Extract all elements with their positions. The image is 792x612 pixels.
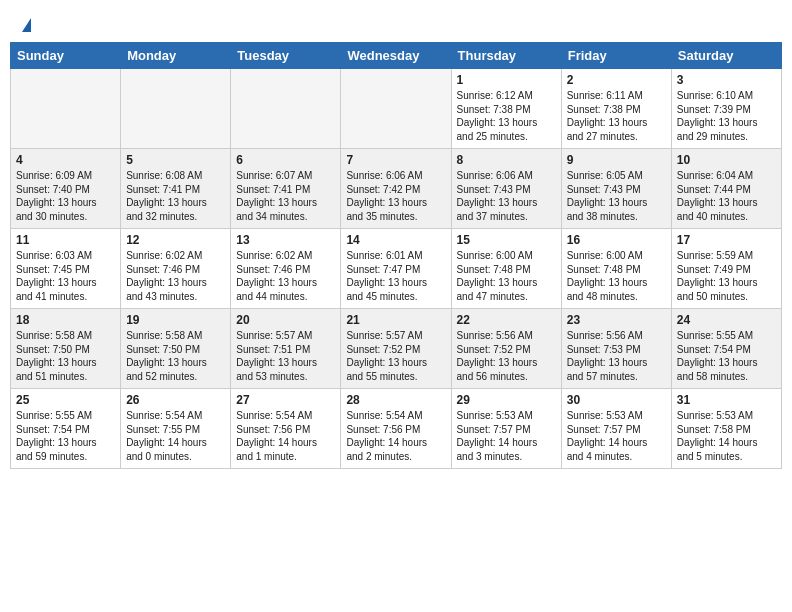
cell-info-line: Daylight: 14 hours and 5 minutes.: [677, 436, 776, 463]
cell-info-line: Sunset: 7:38 PM: [567, 103, 666, 117]
cell-info-line: Sunrise: 5:57 AM: [346, 329, 445, 343]
calendar-cell: 18Sunrise: 5:58 AMSunset: 7:50 PMDayligh…: [11, 309, 121, 389]
cell-info-line: Sunrise: 6:02 AM: [236, 249, 335, 263]
cell-info-line: Sunset: 7:50 PM: [126, 343, 225, 357]
cell-info-line: Sunset: 7:48 PM: [457, 263, 556, 277]
calendar-cell: 6Sunrise: 6:07 AMSunset: 7:41 PMDaylight…: [231, 149, 341, 229]
calendar-cell: 2Sunrise: 6:11 AMSunset: 7:38 PMDaylight…: [561, 69, 671, 149]
cell-info-line: Sunset: 7:48 PM: [567, 263, 666, 277]
cell-info-line: Sunset: 7:43 PM: [567, 183, 666, 197]
cell-info-line: Sunrise: 6:07 AM: [236, 169, 335, 183]
cell-info-line: Daylight: 13 hours and 52 minutes.: [126, 356, 225, 383]
day-header-sunday: Sunday: [11, 43, 121, 69]
calendar-cell: [231, 69, 341, 149]
cell-info-line: Daylight: 13 hours and 51 minutes.: [16, 356, 115, 383]
calendar-week-row: 18Sunrise: 5:58 AMSunset: 7:50 PMDayligh…: [11, 309, 782, 389]
cell-info-line: Sunrise: 5:56 AM: [567, 329, 666, 343]
cell-info-line: Sunset: 7:54 PM: [16, 423, 115, 437]
cell-info-line: Sunrise: 5:56 AM: [457, 329, 556, 343]
cell-info-line: Daylight: 13 hours and 48 minutes.: [567, 276, 666, 303]
calendar-cell: 21Sunrise: 5:57 AMSunset: 7:52 PMDayligh…: [341, 309, 451, 389]
calendar-cell: 24Sunrise: 5:55 AMSunset: 7:54 PMDayligh…: [671, 309, 781, 389]
cell-info-line: Sunrise: 5:59 AM: [677, 249, 776, 263]
cell-info-line: Sunset: 7:51 PM: [236, 343, 335, 357]
header: [10, 10, 782, 38]
cell-info-line: Sunrise: 5:54 AM: [236, 409, 335, 423]
cell-info-line: Sunrise: 6:02 AM: [126, 249, 225, 263]
day-number: 16: [567, 233, 666, 247]
calendar-cell: 3Sunrise: 6:10 AMSunset: 7:39 PMDaylight…: [671, 69, 781, 149]
day-number: 19: [126, 313, 225, 327]
cell-info-line: Sunset: 7:47 PM: [346, 263, 445, 277]
day-number: 22: [457, 313, 556, 327]
day-number: 5: [126, 153, 225, 167]
cell-info-line: Sunrise: 6:12 AM: [457, 89, 556, 103]
calendar-cell: 17Sunrise: 5:59 AMSunset: 7:49 PMDayligh…: [671, 229, 781, 309]
cell-info-line: Daylight: 13 hours and 38 minutes.: [567, 196, 666, 223]
cell-info-line: Sunset: 7:56 PM: [346, 423, 445, 437]
calendar-week-row: 1Sunrise: 6:12 AMSunset: 7:38 PMDaylight…: [11, 69, 782, 149]
day-number: 6: [236, 153, 335, 167]
cell-info-line: Daylight: 13 hours and 59 minutes.: [16, 436, 115, 463]
day-number: 24: [677, 313, 776, 327]
day-number: 20: [236, 313, 335, 327]
cell-info-line: Daylight: 13 hours and 32 minutes.: [126, 196, 225, 223]
day-number: 4: [16, 153, 115, 167]
day-number: 14: [346, 233, 445, 247]
day-number: 30: [567, 393, 666, 407]
cell-info-line: Daylight: 13 hours and 58 minutes.: [677, 356, 776, 383]
cell-info-line: Sunset: 7:53 PM: [567, 343, 666, 357]
cell-info-line: Sunrise: 5:58 AM: [16, 329, 115, 343]
cell-info-line: Sunset: 7:57 PM: [567, 423, 666, 437]
cell-info-line: Sunrise: 6:11 AM: [567, 89, 666, 103]
cell-info-line: Sunrise: 6:00 AM: [567, 249, 666, 263]
cell-info-line: Sunrise: 6:06 AM: [457, 169, 556, 183]
cell-info-line: Sunset: 7:39 PM: [677, 103, 776, 117]
day-number: 9: [567, 153, 666, 167]
day-header-wednesday: Wednesday: [341, 43, 451, 69]
day-number: 11: [16, 233, 115, 247]
day-number: 13: [236, 233, 335, 247]
calendar-cell: 7Sunrise: 6:06 AMSunset: 7:42 PMDaylight…: [341, 149, 451, 229]
cell-info-line: Daylight: 13 hours and 37 minutes.: [457, 196, 556, 223]
cell-info-line: Sunrise: 6:10 AM: [677, 89, 776, 103]
day-header-tuesday: Tuesday: [231, 43, 341, 69]
calendar-cell: 31Sunrise: 5:53 AMSunset: 7:58 PMDayligh…: [671, 389, 781, 469]
cell-info-line: Sunset: 7:46 PM: [126, 263, 225, 277]
cell-info-line: Daylight: 13 hours and 25 minutes.: [457, 116, 556, 143]
calendar-cell: 29Sunrise: 5:53 AMSunset: 7:57 PMDayligh…: [451, 389, 561, 469]
calendar-cell: 10Sunrise: 6:04 AMSunset: 7:44 PMDayligh…: [671, 149, 781, 229]
cell-info-line: Daylight: 13 hours and 43 minutes.: [126, 276, 225, 303]
day-header-saturday: Saturday: [671, 43, 781, 69]
calendar-cell: [341, 69, 451, 149]
day-number: 3: [677, 73, 776, 87]
day-header-thursday: Thursday: [451, 43, 561, 69]
cell-info-line: Daylight: 13 hours and 30 minutes.: [16, 196, 115, 223]
day-number: 21: [346, 313, 445, 327]
cell-info-line: Sunset: 7:52 PM: [346, 343, 445, 357]
cell-info-line: Sunset: 7:50 PM: [16, 343, 115, 357]
day-number: 17: [677, 233, 776, 247]
calendar-cell: 20Sunrise: 5:57 AMSunset: 7:51 PMDayligh…: [231, 309, 341, 389]
cell-info-line: Sunset: 7:41 PM: [126, 183, 225, 197]
cell-info-line: Sunrise: 6:00 AM: [457, 249, 556, 263]
cell-info-line: Sunrise: 6:05 AM: [567, 169, 666, 183]
cell-info-line: Sunrise: 5:58 AM: [126, 329, 225, 343]
cell-info-line: Sunset: 7:56 PM: [236, 423, 335, 437]
day-number: 18: [16, 313, 115, 327]
cell-info-line: Daylight: 13 hours and 34 minutes.: [236, 196, 335, 223]
cell-info-line: Daylight: 13 hours and 29 minutes.: [677, 116, 776, 143]
cell-info-line: Sunrise: 5:53 AM: [677, 409, 776, 423]
cell-info-line: Daylight: 14 hours and 2 minutes.: [346, 436, 445, 463]
day-number: 12: [126, 233, 225, 247]
day-number: 23: [567, 313, 666, 327]
cell-info-line: Sunrise: 5:57 AM: [236, 329, 335, 343]
calendar-cell: 27Sunrise: 5:54 AMSunset: 7:56 PMDayligh…: [231, 389, 341, 469]
cell-info-line: Sunset: 7:43 PM: [457, 183, 556, 197]
day-number: 2: [567, 73, 666, 87]
cell-info-line: Sunset: 7:52 PM: [457, 343, 556, 357]
cell-info-line: Daylight: 13 hours and 41 minutes.: [16, 276, 115, 303]
cell-info-line: Sunset: 7:38 PM: [457, 103, 556, 117]
day-number: 25: [16, 393, 115, 407]
cell-info-line: Sunrise: 6:09 AM: [16, 169, 115, 183]
